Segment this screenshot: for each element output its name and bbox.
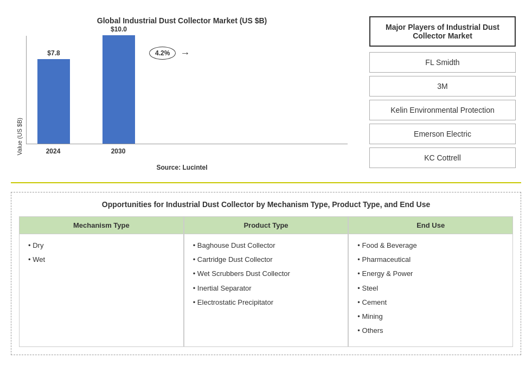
player-item-3: Kelin Environmental Protection bbox=[369, 100, 516, 120]
column-enduse: End Use Food & Beverage Pharmaceutical E… bbox=[348, 216, 513, 347]
bar-2030 bbox=[102, 35, 135, 144]
arrow-icon: → bbox=[180, 48, 190, 59]
chart-title: Global Industrial Dust Collector Market … bbox=[97, 16, 267, 25]
column-product: Product Type Baghouse Dust Collector Car… bbox=[184, 216, 349, 347]
source-text: Source: Lucintel bbox=[156, 164, 207, 171]
y-axis-label: Value (US $B) bbox=[16, 118, 23, 156]
chart-area: Value (US $B) $7.8 4.2% → bbox=[16, 36, 348, 155]
chart-section: Global Industrial Dust Collector Market … bbox=[11, 11, 358, 177]
player-item-1: FL Smidth bbox=[369, 52, 516, 73]
players-section: Major Players of Industrial Dust Collect… bbox=[358, 11, 521, 177]
mechanism-item-1: Dry bbox=[28, 241, 175, 250]
cagr-annotation: 4.2% bbox=[149, 47, 176, 60]
x-label-2030: 2030 bbox=[102, 147, 134, 155]
mechanism-item-2: Wet bbox=[28, 255, 175, 265]
player-item-4: Emerson Electric bbox=[369, 124, 516, 144]
player-item-2: 3M bbox=[369, 76, 516, 97]
product-item-1: Baghouse Dust Collector bbox=[193, 241, 339, 250]
col-content-enduse: Food & Beverage Pharmaceutical Energy & … bbox=[349, 234, 512, 346]
opportunities-title: Opportunities for Industrial Dust Collec… bbox=[19, 200, 513, 209]
enduse-item-7: Others bbox=[357, 326, 504, 336]
bar-value-2024: $7.8 bbox=[47, 49, 60, 57]
col-header-product: Product Type bbox=[184, 217, 348, 234]
product-item-3: Wet Scrubbers Dust Collector bbox=[193, 269, 339, 279]
product-item-2: Cartridge Dust Collector bbox=[193, 255, 339, 265]
column-mechanism: Mechanism Type Dry Wet bbox=[19, 216, 184, 347]
enduse-item-6: Mining bbox=[357, 312, 504, 322]
chart-inner: $7.8 4.2% → $10.0 bbox=[26, 36, 348, 155]
enduse-item-5: Cement bbox=[357, 298, 504, 307]
bar-group-2030: $10.0 bbox=[102, 25, 135, 144]
enduse-item-3: Energy & Power bbox=[357, 269, 504, 279]
x-axis-labels: 2024 2030 bbox=[26, 144, 348, 155]
product-item-5: Electrostatic Precipitator bbox=[193, 298, 339, 307]
enduse-item-1: Food & Beverage bbox=[357, 241, 504, 250]
bar-value-2030: $10.0 bbox=[111, 25, 127, 33]
product-item-4: Inertial Separator bbox=[193, 284, 339, 293]
players-title: Major Players of Industrial Dust Collect… bbox=[369, 16, 516, 47]
enduse-item-2: Pharmaceutical bbox=[357, 255, 504, 265]
bottom-section: Opportunities for Industrial Dust Collec… bbox=[11, 192, 521, 355]
col-header-mechanism: Mechanism Type bbox=[20, 217, 183, 234]
columns-container: Mechanism Type Dry Wet Product Type Bagh… bbox=[19, 216, 513, 347]
main-container: Global Industrial Dust Collector Market … bbox=[11, 11, 521, 355]
top-section: Global Industrial Dust Collector Market … bbox=[11, 11, 521, 183]
bar-group-2024: $7.8 bbox=[37, 49, 70, 144]
col-content-mechanism: Dry Wet bbox=[20, 234, 183, 346]
player-item-5: KC Cottrell bbox=[369, 147, 516, 168]
col-header-enduse: End Use bbox=[349, 217, 512, 234]
bar-2024 bbox=[37, 59, 70, 144]
col-content-product: Baghouse Dust Collector Cartridge Dust C… bbox=[184, 234, 348, 346]
enduse-item-4: Steel bbox=[357, 284, 504, 293]
bars-container: $7.8 4.2% → $10.0 bbox=[26, 36, 348, 144]
x-label-2024: 2024 bbox=[37, 147, 69, 155]
annotation-container: 4.2% → bbox=[149, 47, 190, 60]
